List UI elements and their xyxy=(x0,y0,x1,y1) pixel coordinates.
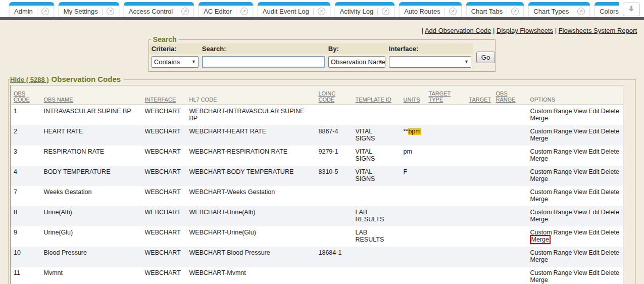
option-view-link[interactable]: View xyxy=(573,168,587,175)
option-view-link[interactable]: View xyxy=(573,188,587,196)
option-merge-link[interactable]: Merge xyxy=(530,115,548,122)
nav-tab[interactable]: Access Control ↗ xyxy=(124,2,194,17)
cell-options: Custom Range View Edit DeleteMerge xyxy=(527,206,623,226)
cell-target xyxy=(466,247,493,267)
option-edit-link[interactable]: Edit xyxy=(588,108,600,115)
option-view-link[interactable]: View xyxy=(573,128,587,135)
option-edit-link[interactable]: Edit xyxy=(588,188,600,196)
option-view-link[interactable]: View xyxy=(573,108,587,115)
option-custom-range-link[interactable]: Custom Range xyxy=(530,188,572,196)
option-merge-link[interactable]: Merge xyxy=(530,175,548,182)
go-button[interactable]: Go xyxy=(476,52,495,63)
table-row: 11 Mvmnt WEBCHART WEBCHART-Mvmnt Custom … xyxy=(11,267,623,284)
tab-label: AC Editor xyxy=(204,8,232,15)
option-view-link[interactable]: View xyxy=(573,148,587,155)
popout-icon[interactable]: ↗ xyxy=(444,8,457,15)
action-link[interactable]: Flowsheets System Report xyxy=(559,27,637,34)
option-custom-range-link[interactable]: Custom Range xyxy=(530,209,572,216)
option-custom-range-link[interactable]: Custom Range xyxy=(530,269,572,276)
option-edit-link[interactable]: Edit xyxy=(588,209,600,216)
option-delete-link[interactable]: Delete xyxy=(601,269,619,276)
tab-label: My Settings xyxy=(64,8,98,15)
top-tab-bar: Admin ↗ My Settings ↗ Access Control ↗ A… xyxy=(0,0,644,17)
popout-icon[interactable]: ↗ xyxy=(177,8,189,15)
search-input[interactable] xyxy=(202,56,325,68)
popout-icon[interactable]: ↗ xyxy=(377,8,389,15)
tab-label: Access Control xyxy=(129,8,173,15)
nav-tab[interactable]: Chart Tabs ↗ xyxy=(466,2,524,17)
column-header[interactable]: OBS CODE xyxy=(14,90,30,103)
option-view-link[interactable]: View xyxy=(573,249,587,256)
option-merge-link[interactable]: Merge xyxy=(530,235,551,244)
action-link[interactable]: Display Flowsheets xyxy=(497,27,553,34)
select-arrow-icon: ▼ xyxy=(191,59,196,64)
interface-select[interactable]: ▼ xyxy=(389,56,471,68)
nav-tab[interactable]: Chart Types ↗ xyxy=(528,2,590,17)
option-view-link[interactable]: View xyxy=(573,269,587,276)
option-delete-link[interactable]: Delete xyxy=(601,108,619,115)
option-delete-link[interactable]: Delete xyxy=(601,128,619,135)
template-id-value: LAB RESULTS xyxy=(356,209,387,223)
by-select[interactable]: Observation Name ▼ xyxy=(328,56,385,68)
cell-template-id xyxy=(353,247,401,267)
option-merge-link[interactable]: Merge xyxy=(530,276,548,283)
option-custom-range-link[interactable]: Custom Range xyxy=(530,128,572,135)
section-title: Observation Codes xyxy=(49,75,121,83)
option-view-link[interactable]: View xyxy=(573,229,587,236)
nav-tab[interactable]: Activity Log ↗ xyxy=(335,2,394,17)
column-header: OPTIONS xyxy=(530,97,556,103)
column-header[interactable]: OBS NAME xyxy=(44,97,73,103)
option-merge-link[interactable]: Merge xyxy=(530,196,548,203)
hide-count-link[interactable]: Hide ( 5288 ) xyxy=(10,76,49,83)
action-link[interactable]: Add Observation Code xyxy=(425,27,491,34)
cell-loinc-code: 18684-1 xyxy=(316,247,353,267)
option-merge-link[interactable]: Merge xyxy=(530,256,548,263)
option-edit-link[interactable]: Edit xyxy=(588,128,600,135)
option-custom-range-link[interactable]: Custom Range xyxy=(530,249,572,256)
popout-icon[interactable]: ↗ xyxy=(37,8,49,15)
option-custom-range-link[interactable]: Custom Range xyxy=(530,108,572,115)
option-edit-link[interactable]: Edit xyxy=(588,249,600,256)
column-header[interactable]: TEMPLATE ID xyxy=(356,97,391,103)
action-links: | Add Observation Code | Display Flowshe… xyxy=(0,20,644,35)
option-delete-link[interactable]: Delete xyxy=(601,148,619,155)
nav-tab[interactable]: Colors ↗ xyxy=(595,2,619,17)
option-edit-link[interactable]: Edit xyxy=(588,269,600,276)
column-header[interactable]: UNITS xyxy=(404,97,420,103)
popout-icon[interactable]: ↗ xyxy=(102,8,114,15)
column-header[interactable]: OBS RANGE xyxy=(496,90,516,103)
option-delete-link[interactable]: Delete xyxy=(601,229,619,236)
option-delete-link[interactable]: Delete xyxy=(601,188,619,196)
option-edit-link[interactable]: Edit xyxy=(588,148,600,155)
option-custom-range-link[interactable]: Custom Range xyxy=(530,148,572,155)
option-delete-link[interactable]: Delete xyxy=(601,249,619,256)
column-header[interactable]: INTERFACE xyxy=(145,97,176,103)
tab-accent-bar xyxy=(59,2,119,6)
option-merge-link[interactable]: Merge xyxy=(530,216,548,223)
column-header[interactable]: TARGET TYPE xyxy=(429,90,451,103)
option-delete-link[interactable]: Delete xyxy=(601,209,619,216)
popout-icon[interactable]: ↗ xyxy=(313,8,325,15)
cell-target-type xyxy=(426,247,466,267)
tab-overflow-button[interactable] xyxy=(623,3,640,16)
option-delete-link[interactable]: Delete xyxy=(601,168,619,175)
nav-tab[interactable]: Audit Event Log ↗ xyxy=(258,2,330,17)
criteria-select[interactable]: Contains ▼ xyxy=(152,56,199,68)
option-merge-link[interactable]: Merge xyxy=(530,155,548,162)
cell-options: Custom Range View Edit DeleteMerge xyxy=(527,267,623,284)
option-edit-link[interactable]: Edit xyxy=(588,229,600,236)
option-custom-range-link[interactable]: Custom Range xyxy=(530,168,572,175)
option-merge-link[interactable]: Merge xyxy=(530,135,548,142)
nav-tab[interactable]: Auto Routes ↗ xyxy=(399,2,462,17)
popout-icon[interactable]: ↗ xyxy=(573,8,585,15)
option-view-link[interactable]: View xyxy=(573,209,587,216)
option-edit-link[interactable]: Edit xyxy=(588,168,600,175)
cell-obs-code: 2 xyxy=(11,125,41,146)
nav-tab[interactable]: AC Editor ↗ xyxy=(199,2,253,17)
popout-icon[interactable]: ↗ xyxy=(236,8,248,15)
column-header[interactable]: TARGET xyxy=(469,97,491,103)
popout-icon[interactable]: ↗ xyxy=(507,8,519,15)
column-header[interactable]: LOINC CODE xyxy=(319,90,336,103)
nav-tab[interactable]: Admin ↗ xyxy=(9,2,54,17)
nav-tab[interactable]: My Settings ↗ xyxy=(59,2,119,17)
